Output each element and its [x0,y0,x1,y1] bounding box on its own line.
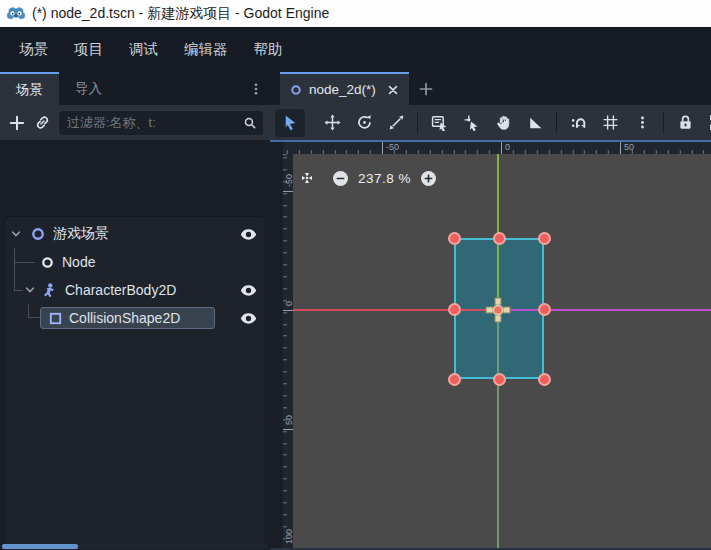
handle-top-left[interactable] [448,232,461,245]
tree-label: Node [62,254,95,270]
tree-label: CollisionShape2D [69,310,180,326]
eye-icon [240,282,257,299]
scale-tool-button[interactable] [381,109,411,137]
node2d-icon [30,226,46,242]
menu-editor[interactable]: 编辑器 [173,35,239,64]
new-scene-tab-button[interactable] [409,72,443,105]
scrollbar-thumb[interactable] [2,544,78,549]
node-icon [40,255,55,270]
scene-tab-label: node_2d(*) [309,82,376,97]
horizontal-ruler: -50 0 50 [283,142,711,154]
vertical-ruler: -50 0 50 100 [283,154,293,550]
eye-icon [240,310,257,327]
viewport-top-edge-line [499,309,711,311]
x-axis-line [293,309,497,311]
2d-viewport: -50 0 50 -50 0 50 100 [270,140,711,550]
scene-dock: 场景 导入 [0,72,270,550]
plus-icon [8,114,26,132]
tree-label: 游戏场景 [53,225,109,243]
move-icon [324,114,341,131]
add-node-button[interactable] [8,111,26,135]
handle-bottom-mid[interactable] [493,373,506,386]
plus-icon [423,173,434,184]
main-editor-area: node_2d(*) [270,72,711,550]
grid-snap-icon [602,114,619,131]
handle-bottom-right[interactable] [538,373,551,386]
origin-gizmo[interactable] [485,297,511,323]
tree-row-node[interactable]: Node [4,248,266,276]
rotate-icon [356,114,373,131]
handle-mid-left[interactable] [448,303,461,316]
plus-icon [418,81,434,97]
ruler-tick [501,142,502,154]
chevron-down-icon[interactable] [9,227,23,241]
list-select-tool-button[interactable] [424,109,454,137]
ruler-tick [283,429,293,430]
visibility-toggle[interactable] [238,308,258,328]
zoom-percent-label[interactable]: 237.8 % [358,171,411,186]
tree-row-collisionshape2d[interactable]: CollisionShape2D [4,304,266,332]
lock-node-button[interactable] [670,109,700,137]
rotate-tool-button[interactable] [349,109,379,137]
toolbar-separator [663,112,664,134]
dock-tabbar: 场景 导入 [0,72,270,105]
chevron-down-icon[interactable] [23,283,37,297]
zoom-controls: 237.8 % [299,166,436,190]
tree-horizontal-scrollbar[interactable] [2,544,268,549]
handle-top-right[interactable] [538,232,551,245]
ruler-tick [283,191,293,192]
position-snap-tool-button[interactable] [456,109,486,137]
godot-logo-icon [6,5,26,22]
handle-top-mid[interactable] [493,232,506,245]
ruler-tick [620,142,621,154]
snap-options-button[interactable] [627,109,657,137]
dots-vertical-icon [249,82,263,96]
filter-box [59,111,263,135]
list-select-icon [431,114,448,131]
select-arrow-icon [282,114,299,131]
tree-row-characterbody2d[interactable]: CharacterBody2D [4,276,266,304]
filter-input[interactable] [67,115,243,130]
magnet-snap-icon [570,114,587,131]
snap-cursor-icon [463,114,480,131]
group-node-button[interactable] [702,109,711,137]
dock-tab-menu-button[interactable] [242,72,270,105]
center-view-icon[interactable] [299,170,315,186]
menu-help[interactable]: 帮助 [243,35,294,64]
close-icon[interactable] [387,84,399,96]
visibility-toggle[interactable] [238,280,258,300]
titlebar: (*) node_2d.tscn - 新建游戏项目 - Godot Engine [0,0,711,27]
visibility-toggle[interactable] [238,224,258,244]
menubar: 场景 项目 调试 编辑器 帮助 [0,27,711,72]
handle-bottom-left[interactable] [448,373,461,386]
smart-snap-button[interactable] [563,109,593,137]
eye-icon [240,226,257,243]
toolbar-separator [556,112,557,134]
minus-icon [335,173,346,184]
canvas-toolbar [270,105,711,140]
ruler-tool-button[interactable] [520,109,550,137]
select-tool-button[interactable] [275,109,305,137]
canvas[interactable]: 237.8 % [293,154,711,550]
ruler-tick [283,310,293,311]
tab-scene-label: 场景 [16,81,43,99]
ruler-label: -50 [386,142,399,152]
menu-debug[interactable]: 调试 [118,35,169,64]
selected-node-box[interactable]: CollisionShape2D [40,307,215,329]
grid-snap-button[interactable] [595,109,625,137]
tree-row-game-scene[interactable]: 游戏场景 [4,220,266,248]
menu-project[interactable]: 项目 [63,35,114,64]
zoom-in-button[interactable] [421,171,436,186]
move-tool-button[interactable] [317,109,347,137]
menu-scene[interactable]: 场景 [8,35,59,64]
zoom-out-button[interactable] [333,171,348,186]
tab-scene[interactable]: 场景 [0,72,59,105]
instance-scene-button[interactable] [34,111,51,135]
scale-icon [388,114,405,131]
pan-tool-button[interactable] [488,109,518,137]
link-icon [34,114,51,131]
scene-tabbar: node_2d(*) [270,72,711,105]
tab-import[interactable]: 导入 [59,72,118,105]
scene-tab-node2d[interactable]: node_2d(*) [280,72,409,105]
handle-mid-right[interactable] [538,303,551,316]
